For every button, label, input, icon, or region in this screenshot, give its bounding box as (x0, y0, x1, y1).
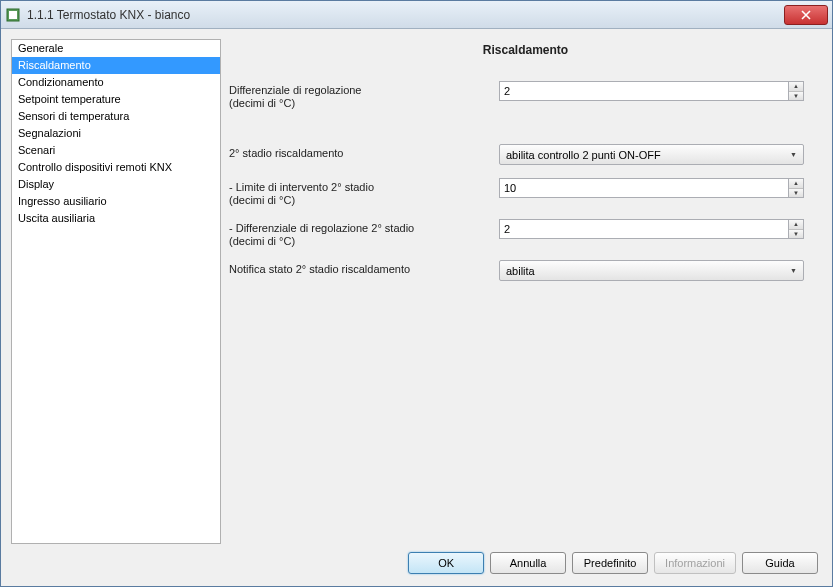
app-icon (5, 7, 21, 23)
window-title: 1.1.1 Termostato KNX - bianco (27, 8, 784, 22)
spinner-diff-reg[interactable]: ▲ ▼ (499, 81, 804, 101)
titlebar: 1.1.1 Termostato KNX - bianco (1, 1, 832, 29)
panel-title: Riscaldamento (229, 39, 822, 71)
row-diff-reg: Differenziale di regolazione (decimi di … (229, 81, 804, 110)
default-button[interactable]: Predefinito (572, 552, 648, 574)
close-button[interactable] (784, 5, 828, 25)
sidebar-item-setpoint[interactable]: Setpoint temperature (12, 91, 220, 108)
select-second-stage-value: abilita controllo 2 punti ON-OFF (506, 149, 790, 161)
sidebar-item-display[interactable]: Display (12, 176, 220, 193)
row-limit-second: - Limite di intervento 2° stadio (decimi… (229, 178, 804, 207)
sidebar-item-segnalazioni[interactable]: Segnalazioni (12, 125, 220, 142)
sidebar: Generale Riscaldamento Condizionamento S… (11, 39, 221, 544)
sidebar-item-scenari[interactable]: Scenari (12, 142, 220, 159)
spinner-up-icon[interactable]: ▲ (789, 220, 803, 230)
ok-button[interactable]: OK (408, 552, 484, 574)
label-second-stage: 2° stadio riscaldamento (229, 144, 499, 160)
input-diff-reg[interactable] (499, 81, 788, 101)
spinner-down-icon[interactable]: ▼ (789, 92, 803, 101)
form-area: Differenziale di regolazione (decimi di … (229, 71, 822, 294)
chevron-down-icon: ▼ (790, 267, 797, 274)
row-second-stage: 2° stadio riscaldamento abilita controll… (229, 144, 804, 166)
svg-rect-1 (9, 11, 17, 19)
content: Generale Riscaldamento Condizionamento S… (1, 29, 832, 586)
sidebar-item-ingresso-aux[interactable]: Ingresso ausiliario (12, 193, 220, 210)
input-limit-second[interactable] (499, 178, 788, 198)
spinner-limit-second[interactable]: ▲ ▼ (499, 178, 804, 198)
sidebar-item-condizionamento[interactable]: Condizionamento (12, 74, 220, 91)
main-area: Generale Riscaldamento Condizionamento S… (11, 39, 822, 544)
sidebar-item-sensori[interactable]: Sensori di temperatura (12, 108, 220, 125)
help-button[interactable]: Guida (742, 552, 818, 574)
spinner-up-icon[interactable]: ▲ (789, 82, 803, 92)
label-notify-second: Notifica stato 2° stadio riscaldamento (229, 260, 499, 276)
spinner-down-icon[interactable]: ▼ (789, 189, 803, 198)
spinner-up-icon[interactable]: ▲ (789, 179, 803, 189)
row-notify-second: Notifica stato 2° stadio riscaldamento a… (229, 260, 804, 282)
label-diff-second: - Differenziale di regolazione 2° stadio… (229, 219, 499, 248)
label-limit-second: - Limite di intervento 2° stadio (decimi… (229, 178, 499, 207)
sidebar-item-riscaldamento[interactable]: Riscaldamento (12, 57, 220, 74)
info-button: Informazioni (654, 552, 736, 574)
row-diff-second: - Differenziale di regolazione 2° stadio… (229, 219, 804, 248)
button-bar: OK Annulla Predefinito Informazioni Guid… (11, 544, 822, 576)
select-notify-second-value: abilita (506, 265, 790, 277)
chevron-down-icon: ▼ (790, 151, 797, 158)
cancel-button[interactable]: Annulla (490, 552, 566, 574)
spinner-down-icon[interactable]: ▼ (789, 230, 803, 239)
spinner-diff-second[interactable]: ▲ ▼ (499, 219, 804, 239)
select-second-stage[interactable]: abilita controllo 2 punti ON-OFF ▼ (499, 144, 804, 165)
panel: Riscaldamento Differenziale di regolazio… (229, 39, 822, 544)
window: 1.1.1 Termostato KNX - bianco Generale R… (0, 0, 833, 587)
label-diff-reg: Differenziale di regolazione (decimi di … (229, 81, 499, 110)
select-notify-second[interactable]: abilita ▼ (499, 260, 804, 281)
input-diff-second[interactable] (499, 219, 788, 239)
sidebar-item-generale[interactable]: Generale (12, 40, 220, 57)
sidebar-item-uscita-aux[interactable]: Uscita ausiliaria (12, 210, 220, 227)
sidebar-item-controllo-remoti[interactable]: Controllo dispositivi remoti KNX (12, 159, 220, 176)
